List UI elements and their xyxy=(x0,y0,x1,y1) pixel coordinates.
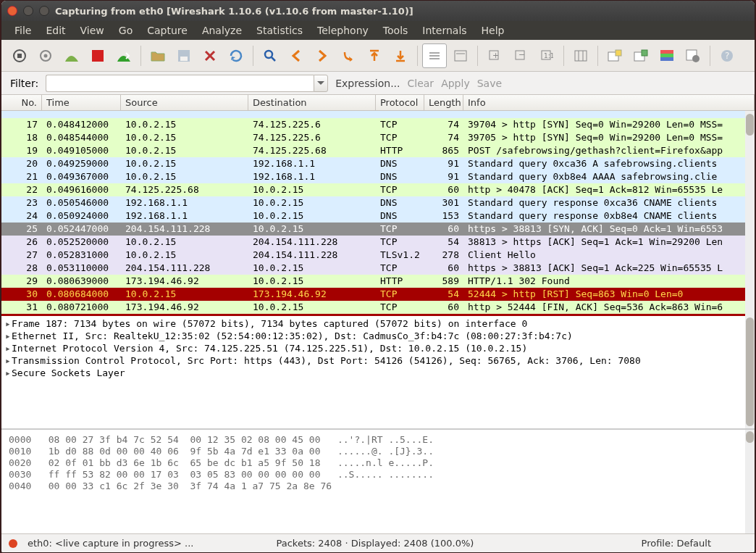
menu-capture[interactable]: Capture xyxy=(141,22,193,38)
table-row[interactable]: 170.04841200010.0.2.1574.125.225.6TCP743… xyxy=(1,118,755,131)
details-scrollbar[interactable] xyxy=(745,316,755,428)
table-row[interactable]: 190.04910500010.0.2.1574.125.225.68HTTP8… xyxy=(1,144,755,157)
table-row[interactable]: 210.04936700010.0.2.15192.168.1.1DNS91St… xyxy=(1,170,755,183)
detail-eth[interactable]: Ethernet II, Src: RealtekU_12:35:02 (52:… xyxy=(12,330,573,341)
expand-icon[interactable]: ▸ xyxy=(4,354,12,367)
menu-help[interactable]: Help xyxy=(476,22,511,38)
table-row[interactable]: 280.053110000204.154.111.22810.0.2.15TCP… xyxy=(1,262,755,275)
menu-edit[interactable]: Edit xyxy=(40,22,71,38)
goto-last-icon[interactable] xyxy=(388,43,413,68)
hex-line[interactable]: 0040 00 00 33 c1 6c 2f 3e 30 3f 74 4a 1 … xyxy=(9,481,747,492)
svg-rect-1 xyxy=(17,54,22,58)
table-row[interactable]: 290.080639000173.194.46.9210.0.2.15HTTP5… xyxy=(1,275,755,288)
stop-capture-icon[interactable] xyxy=(85,43,110,68)
clear-button[interactable]: Clear xyxy=(408,78,434,89)
hex-line[interactable]: 0020 02 0f 01 bb d3 6e 1b 6c 65 be dc b1… xyxy=(9,457,747,469)
col-length[interactable]: Length xyxy=(424,95,463,110)
col-protocol[interactable]: Protocol xyxy=(376,95,424,110)
preferences-icon[interactable] xyxy=(681,43,705,68)
coloring-rules-icon[interactable] xyxy=(655,43,679,68)
go-back-icon[interactable] xyxy=(284,43,308,68)
table-row[interactable]: 260.05252000010.0.2.15204.154.111.228TCP… xyxy=(1,236,755,249)
menu-go[interactable]: Go xyxy=(113,22,138,38)
packet-list-scrollbar[interactable] xyxy=(745,111,755,327)
packet-details-pane[interactable]: ▸Frame 187: 7134 bytes on wire (57072 bi… xyxy=(1,316,755,430)
close-file-icon[interactable] xyxy=(198,43,222,68)
hex-line[interactable]: 0000 08 00 27 3f b4 7c 52 54 00 12 35 02… xyxy=(9,434,747,446)
col-info[interactable]: Info xyxy=(463,95,755,110)
menu-view[interactable]: View xyxy=(75,22,110,38)
menu-statistics[interactable]: Statistics xyxy=(251,22,308,38)
expand-icon[interactable]: ▸ xyxy=(4,367,12,379)
column-headers[interactable]: No. Time Source Destination Protocol Len… xyxy=(1,95,755,111)
apply-button[interactable]: Apply xyxy=(441,78,470,89)
packet-bytes-pane[interactable]: 0000 08 00 27 3f b4 7c 52 54 00 12 35 02… xyxy=(1,430,755,533)
menu-bar[interactable]: File Edit View Go Capture Analyze Statis… xyxy=(1,21,755,40)
hex-line[interactable]: 0030 ff ff 53 82 00 00 17 03 03 05 83 00… xyxy=(9,469,747,481)
svg-rect-32 xyxy=(660,54,673,57)
menu-telephony[interactable]: Telephony xyxy=(311,22,374,38)
filter-dropdown-icon[interactable] xyxy=(314,75,328,92)
resize-columns-icon[interactable] xyxy=(568,43,593,68)
table-row[interactable]: 310.080721000173.194.46.9210.0.2.15TCP60… xyxy=(1,301,755,314)
zoom-out-icon[interactable]: − xyxy=(508,43,533,68)
col-time[interactable]: Time xyxy=(42,95,121,110)
menu-tools[interactable]: Tools xyxy=(377,22,414,38)
table-row[interactable]: 180.04854400010.0.2.1574.125.225.6TCP743… xyxy=(1,131,755,144)
expression-button[interactable]: Expression... xyxy=(335,78,400,89)
detail-frame[interactable]: Frame 187: 7134 bytes on wire (57072 bit… xyxy=(12,318,527,329)
col-source[interactable]: Source xyxy=(121,95,248,110)
packet-list-pane[interactable]: No. Time Source Destination Protocol Len… xyxy=(1,95,755,316)
start-capture-icon[interactable] xyxy=(59,43,84,68)
save-button[interactable]: Save xyxy=(477,78,502,89)
expand-icon[interactable]: ▸ xyxy=(4,330,12,342)
capture-options-icon[interactable] xyxy=(33,43,58,68)
find-packet-icon[interactable] xyxy=(258,43,282,68)
table-row[interactable]: 230.050546000192.168.1.110.0.2.15DNS301S… xyxy=(1,196,755,209)
goto-first-icon[interactable] xyxy=(362,43,387,68)
status-bar: eth0: <live capture in progress> ... Pac… xyxy=(1,533,755,552)
col-no[interactable]: No. xyxy=(1,95,42,110)
filter-input[interactable] xyxy=(46,75,314,92)
display-filter-icon[interactable] xyxy=(629,43,653,68)
open-file-icon[interactable] xyxy=(146,43,170,68)
zoom-reset-icon[interactable]: 1:1 xyxy=(534,43,559,68)
restart-capture-icon[interactable] xyxy=(112,43,136,68)
go-forward-icon[interactable] xyxy=(310,43,335,68)
table-row[interactable]: 300.08068400010.0.2.15173.194.46.92TCP54… xyxy=(1,288,755,301)
capture-filter-icon[interactable] xyxy=(602,43,627,68)
close-icon[interactable] xyxy=(7,6,17,16)
interface-list-icon[interactable] xyxy=(7,43,32,68)
colorize-icon[interactable] xyxy=(422,43,447,68)
reload-icon[interactable] xyxy=(224,43,248,68)
zoom-in-icon[interactable]: + xyxy=(482,43,507,68)
table-row[interactable]: 250.052447000204.154.111.22810.0.2.15TCP… xyxy=(1,223,755,236)
col-destination[interactable]: Destination xyxy=(248,95,376,110)
table-row[interactable]: 220.04961600074.125.225.6810.0.2.15TCP60… xyxy=(1,183,755,196)
detail-ip[interactable]: Internet Protocol Version 4, Src: 74.125… xyxy=(12,343,527,354)
status-profile[interactable]: Profile: Default xyxy=(642,538,711,549)
menu-file[interactable]: File xyxy=(9,22,37,38)
table-row[interactable]: 200.04925900010.0.2.15192.168.1.1DNS91St… xyxy=(1,157,755,170)
detail-tcp[interactable]: Transmission Control Protocol, Src Port:… xyxy=(12,355,641,366)
detail-ssl[interactable]: Secure Sockets Layer xyxy=(12,367,125,378)
titlebar[interactable]: Capturing from eth0 [Wireshark 1.10.6 (v… xyxy=(1,1,755,21)
save-file-icon[interactable] xyxy=(172,43,196,68)
svg-point-35 xyxy=(692,55,700,62)
menu-analyze[interactable]: Analyze xyxy=(196,22,248,38)
svg-text:1:1: 1:1 xyxy=(544,52,553,59)
expand-icon[interactable]: ▸ xyxy=(4,317,12,330)
hex-scrollbar[interactable] xyxy=(745,430,755,533)
svg-rect-28 xyxy=(616,50,621,56)
menu-internals[interactable]: Internals xyxy=(416,22,472,38)
table-row[interactable]: 240.050924000192.168.1.110.0.2.15DNS153S… xyxy=(1,209,755,223)
goto-packet-icon[interactable] xyxy=(336,43,361,68)
help-icon[interactable]: ? xyxy=(715,43,739,68)
maximize-icon[interactable] xyxy=(39,6,49,16)
wireshark-window: Capturing from eth0 [Wireshark 1.10.6 (v… xyxy=(1,1,755,552)
expand-icon[interactable]: ▸ xyxy=(4,342,12,354)
table-row[interactable]: 270.05283100010.0.2.15204.154.111.228TLS… xyxy=(1,249,755,262)
hex-line[interactable]: 0010 1b d0 88 0d 00 00 40 06 9f 5b 4a 7d… xyxy=(9,446,747,457)
minimize-icon[interactable] xyxy=(23,6,33,16)
auto-scroll-icon[interactable] xyxy=(448,43,473,68)
